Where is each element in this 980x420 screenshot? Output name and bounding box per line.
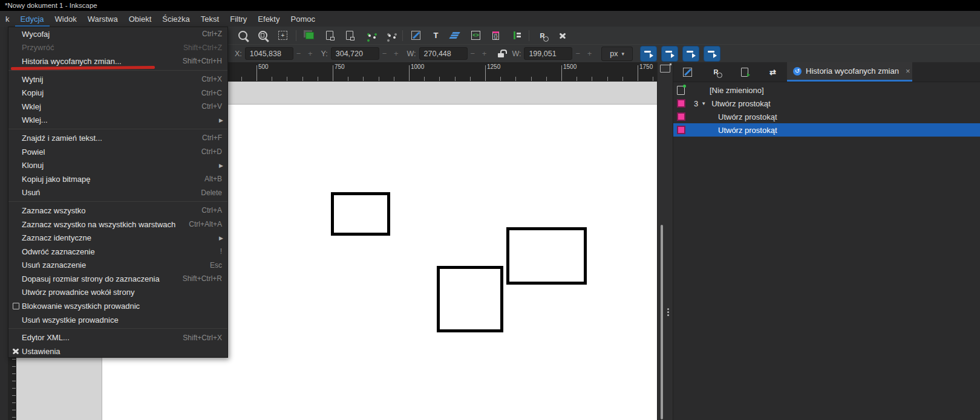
menubar-item[interactable]: Ścieżka	[157, 11, 195, 27]
unit-dropdown[interactable]: px ▾	[601, 47, 633, 61]
menubar-item[interactable]: Warstwa	[82, 11, 123, 27]
menu-item[interactable]: Utwórz prowadnice wokół strony	[8, 286, 227, 300]
shortcut-label: Ctrl+F	[202, 134, 222, 142]
undo-history-row[interactable]: 3 ▼ Utwórz prostokąt	[673, 97, 980, 110]
h-field: W: 199,051 − +	[512, 47, 600, 60]
menu-item[interactable]: Kopiuj jako bitmapę Alt+B	[8, 172, 227, 186]
menubar-item[interactable]: Obiekt	[123, 11, 157, 27]
numeric-input[interactable]: 1045,838	[245, 47, 293, 60]
menu-item-icon	[11, 27, 20, 41]
numeric-input[interactable]: 270,448	[419, 47, 468, 60]
scale-gradients-button[interactable]	[682, 46, 699, 62]
drawn-rectangle[interactable]	[331, 192, 390, 236]
menu-item	[8, 127, 227, 131]
menu-item[interactable]: Znajdź i zamień tekst... Ctrl+F	[8, 131, 227, 145]
menu-item[interactable]: Blokowanie wszystkich prowadnic	[8, 299, 227, 313]
ruler-tick	[485, 65, 486, 81]
menu-item-icon	[11, 41, 20, 55]
display-mode-corner-icon[interactable]	[660, 65, 670, 73]
menu-item[interactable]: Historia wycofanych zmian... Shift+Ctrl+…	[8, 54, 227, 68]
canvas-scroll-gutter	[657, 62, 673, 420]
menu-item[interactable]: Przywróć Shift+Ctrl+Z	[8, 41, 227, 55]
ruler-tick	[363, 77, 364, 81]
panel-resize-handle-icon[interactable]	[667, 308, 669, 310]
menubar-item[interactable]: Tekst	[195, 11, 224, 27]
menu-item[interactable]: Ustawienia	[8, 344, 227, 358]
ruler-label: 1750	[639, 63, 653, 70]
expander-icon[interactable]: ▼	[701, 101, 706, 106]
menu-item[interactable]: Zaznacz wszystko Ctrl+A	[8, 204, 227, 218]
undo-history-row[interactable]: Utwórz prostokąt	[673, 110, 980, 123]
chevron-down-icon: ▾	[622, 51, 625, 57]
menu-item[interactable]: Zaznacz wszystko na wszystkich warstwach…	[8, 218, 227, 231]
menu-item[interactable]: Kopiuj Ctrl+C	[8, 86, 227, 100]
stepper-buttons[interactable]: − +	[296, 49, 315, 58]
menubar-item[interactable]: Filtry	[224, 11, 252, 27]
menu-item-icon	[11, 286, 20, 300]
vertical-scrollbar-thumb[interactable]	[661, 225, 663, 419]
close-icon[interactable]: ×	[906, 66, 910, 76]
menu-item[interactable]: Powiel Ctrl+D	[8, 145, 227, 159]
tab-transform[interactable]: ⇄	[759, 62, 787, 82]
duplicate-icon[interactable]	[301, 28, 318, 43]
stepper-buttons[interactable]: − +	[382, 49, 401, 58]
menubar-item[interactable]: Pomoc	[285, 11, 320, 27]
menu-item[interactable]: Usuń zaznaczenie Esc	[8, 259, 227, 273]
clone-icon[interactable]	[321, 28, 338, 43]
tab-find-replace[interactable]: R	[702, 62, 730, 82]
preferences-icon[interactable]	[554, 28, 570, 43]
menu-item[interactable]: Wytnij Ctrl+X	[8, 73, 227, 86]
menu-item[interactable]: Klonuj ▶	[8, 158, 227, 172]
drawn-rectangle[interactable]	[506, 227, 587, 285]
menubar-item[interactable]: Edycja	[15, 11, 50, 27]
menu-item[interactable]: Zaznacz identyczne ▶	[8, 231, 227, 245]
menu-item[interactable]: Wklej Ctrl+V	[8, 100, 227, 114]
ungroup-icon[interactable]	[381, 28, 397, 43]
numeric-input[interactable]: 304,720	[331, 47, 379, 60]
text-dialog-icon[interactable]: T	[428, 28, 444, 43]
scale-patterns-button[interactable]	[704, 46, 720, 62]
drawn-rectangle[interactable]	[437, 266, 503, 332]
find-replace-icon[interactable]: {}	[488, 28, 504, 43]
ruler-tick	[607, 77, 608, 81]
tab-export[interactable]	[730, 62, 759, 82]
tab-fill-stroke[interactable]	[673, 62, 702, 82]
menu-item[interactable]: Wklej... ▶	[8, 114, 227, 128]
numeric-input[interactable]: 199,051	[524, 47, 572, 60]
menubar-item[interactable]: Widok	[50, 11, 82, 27]
tab-label: Historia wycofanych zmian	[806, 66, 899, 76]
zoom-page-icon[interactable]	[255, 28, 271, 43]
menu-item[interactable]: Wycofaj Ctrl+Z	[8, 27, 227, 41]
menubar-item[interactable]: Efekty	[252, 11, 285, 27]
scale-stroke-button[interactable]	[640, 46, 657, 62]
undo-history-icon: ↺	[793, 67, 802, 76]
undo-history-row[interactable]: [Nie zmieniono]	[673, 83, 980, 97]
menu-item[interactable]: Odwróć zaznaczenie !	[8, 245, 227, 259]
lock-ratio-icon[interactable]	[496, 48, 507, 60]
stepper-buttons[interactable]: − +	[575, 49, 594, 58]
unlink-clone-icon[interactable]	[341, 28, 358, 43]
menu-item[interactable]: Usuń wszystkie prowadnice	[8, 313, 227, 327]
group-icon[interactable]	[361, 28, 377, 43]
align-dialog-icon[interactable]	[508, 28, 524, 43]
undo-history-row[interactable]: Utwórz prostokąt	[673, 123, 980, 137]
shortcut-label: Ctrl+V	[201, 102, 222, 111]
menu-item[interactable]: Edytor XML... Shift+Ctrl+X	[8, 331, 227, 344]
ruler-tick	[653, 77, 653, 81]
fill-stroke-dialog-icon[interactable]	[408, 28, 424, 43]
menu-item[interactable]: Usuń Delete	[8, 186, 227, 200]
zoom-selection-icon[interactable]: +	[275, 28, 291, 43]
xml-editor-icon[interactable]: <>	[468, 28, 484, 43]
menu-item[interactable]: Dopasuj rozmiar strony do zaznaczenia Sh…	[8, 272, 227, 286]
dialog-dock-panel: R⇄ ↺ Historia wycofanych zmian × [Nie zm…	[673, 62, 980, 420]
shortcut-label: Shift+Ctrl+X	[183, 334, 222, 342]
event-type-icon	[677, 126, 685, 134]
menubar-item[interactable]: k	[0, 11, 15, 27]
document-resources-icon[interactable]: R	[534, 28, 550, 43]
stepper-buttons[interactable]: − +	[471, 49, 489, 58]
zoom-drawing-icon[interactable]	[235, 28, 251, 43]
layers-dialog-icon[interactable]	[448, 28, 464, 43]
tab-undo-history[interactable]: ↺ Historia wycofanych zmian ×	[787, 62, 912, 82]
scale-corners-button[interactable]	[661, 46, 678, 62]
ruler-tick	[333, 65, 333, 81]
